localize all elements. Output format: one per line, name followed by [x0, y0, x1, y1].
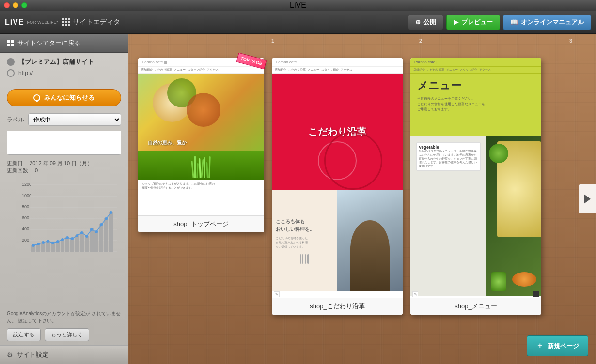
pages-container: 1 2 3 4 TOP PAGE Parano cafe ||| 店舗紹介	[128, 34, 596, 364]
site-editor-label: サイトエディタ	[73, 18, 120, 27]
update-count-row: 更新回数 0	[7, 167, 121, 174]
page1-content: Parano cafe ||| 店舗紹介 こだわり沿革 メニュー スタッフ紹介 …	[138, 58, 264, 215]
update-date-label: 更新日	[7, 160, 23, 166]
svg-rect-21	[70, 238, 74, 252]
publish-button[interactable]: ⊕ 公開	[408, 15, 443, 30]
analytics-note-text: GoogleAnalyticsのアカウントが設定が されていません。 設定して下…	[7, 311, 121, 323]
page2-label-text: shop_こだわり沿革	[310, 303, 364, 310]
page3-green-section: メニュー 当店自慢のメニューをご覧ください。 こだわりの食材を使用した豊富なメニ…	[410, 74, 541, 136]
page-card-3[interactable]: Parano cafe ||| 店舗紹介 こだわり沿革 メニュー スタッフ紹介 …	[410, 58, 541, 315]
page-number-3: 3	[569, 38, 572, 44]
svg-point-32	[42, 241, 45, 244]
page1-nav: 店舗紹介 こだわり沿革 メニュー スタッフ紹介 アクセス	[138, 67, 264, 74]
page2-label: shop_こだわり沿革	[272, 298, 403, 315]
svg-text:400: 400	[22, 227, 29, 231]
window-title: LiVE	[290, 1, 306, 10]
svg-rect-28	[104, 218, 108, 252]
new-page-button[interactable]: ＋ 新規ページ	[527, 335, 588, 356]
site-settings-footer[interactable]: ⚙ サイト設定	[0, 345, 128, 364]
publish-label: 公開	[423, 18, 436, 27]
premium-row: 【プレミアム】店舗サイト	[7, 58, 121, 66]
chart-svg: 1200 1000 800 600 400 200	[7, 180, 121, 258]
preview-button[interactable]: ▶ プレビュー	[446, 15, 500, 30]
maximize-button[interactable]	[21, 2, 27, 8]
page3-label: shop_メニュー	[410, 298, 541, 315]
page-card-2[interactable]: Parano cafe ||| 店舗紹介 こだわり沿革 メニュー スタッフ紹介 …	[272, 58, 403, 315]
manual-button[interactable]: 📖 オンラインマニュアル	[503, 15, 591, 30]
page2-content: Parano cafe ||| 店舗紹介 こだわり沿革 メニュー スタッフ紹介 …	[272, 58, 403, 298]
memo-textarea[interactable]	[7, 131, 121, 155]
page1-grass-area	[138, 151, 264, 180]
page3-cafe-header: Parano cafe |||	[410, 58, 541, 67]
gear-icon: ⚙	[7, 351, 13, 359]
page2-nav: 店舗紹介 こだわり沿革 メニュー スタッフ紹介 アクセス	[272, 67, 403, 74]
page2-bottom-left: こころも体もおいしい料理を。 こだわりの食材を使った自然の恵みあふれる料理をご提…	[272, 190, 337, 291]
arrow-right-icon	[584, 194, 591, 204]
label-text: ラベル	[7, 116, 24, 124]
svg-point-39	[76, 234, 78, 237]
titlebar: LiVE	[0, 0, 596, 11]
svg-rect-26	[94, 231, 98, 252]
svg-text:1200: 1200	[22, 182, 31, 187]
svg-point-45	[105, 217, 108, 220]
back-to-theater-button[interactable]: サイトシアターに戻る	[0, 34, 128, 53]
update-date-row: 更新日 2012 年 09 月 10 日（月）	[7, 160, 121, 167]
site-title: 【プレミアム】店舗サイト	[18, 58, 94, 66]
svg-point-30	[32, 244, 35, 247]
close-button[interactable]	[4, 2, 10, 8]
notify-label: みんなに知らせる	[44, 93, 94, 102]
update-date-value: 2012 年 09 月 10 日（月）	[30, 160, 93, 166]
update-info: 更新日 2012 年 09 月 10 日（月） 更新回数 0	[0, 157, 128, 177]
page2-cafe-header: Parano cafe |||	[272, 58, 403, 67]
svg-text:200: 200	[22, 238, 29, 243]
label-select[interactable]: 作成中 公開中 停止中	[28, 113, 121, 126]
page3-food-photo	[486, 136, 541, 296]
page3-bottom-left: Vegetable 当店のベジタブルメニューは、新鮮な野菜をふんだんに使用してい…	[410, 136, 486, 296]
page-number-1: 1	[271, 38, 274, 44]
notify-button[interactable]: みんなに知らせる	[7, 89, 121, 106]
svg-rect-20	[65, 237, 69, 252]
svg-rect-24	[85, 236, 89, 252]
svg-point-37	[66, 236, 69, 239]
svg-point-40	[80, 231, 83, 234]
page3-label-text: shop_メニュー	[455, 303, 497, 310]
page-number-2: 2	[419, 38, 422, 44]
page-card-1[interactable]: TOP PAGE Parano cafe ||| 店舗紹介 こだわり沿革 メニュ…	[138, 58, 264, 232]
svg-point-31	[37, 243, 40, 245]
page3-cafe-name: Parano cafe |||	[414, 60, 439, 64]
next-page-arrow[interactable]	[579, 184, 596, 213]
svg-point-33	[47, 240, 49, 243]
page3-nav: 店舗紹介 こだわり沿革 メニュー スタッフ紹介 アクセス	[410, 67, 541, 74]
page3-content: Parano cafe ||| 店舗紹介 こだわり沿革 メニュー スタッフ紹介 …	[410, 58, 541, 298]
svg-point-41	[85, 235, 88, 238]
details-button[interactable]: もっと詳しく	[45, 328, 89, 341]
app-logo: LiVE	[5, 18, 24, 27]
analytics-chart: 1200 1000 800 600 400 200	[7, 180, 121, 307]
sidebar: サイトシアターに戻る 【プレミアム】店舗サイト http:// みんなに知らせる…	[0, 34, 128, 364]
update-count-label: 更新回数	[7, 167, 28, 173]
page2-cafe-name: Parano cafe |||	[276, 60, 301, 64]
app-logo-sub: FOR WEBLIFE*	[27, 20, 59, 25]
vegetable-title: Vegetable	[419, 145, 478, 150]
svg-point-35	[56, 240, 59, 243]
traffic-lights	[4, 2, 27, 8]
analytics-note: GoogleAnalyticsのアカウントが設定が されていません。 設定して下…	[0, 310, 128, 324]
analytics-buttons: 設定する もっと詳しく	[0, 324, 128, 345]
premium-icon	[7, 58, 15, 66]
minimize-button[interactable]	[13, 2, 18, 8]
memo-input[interactable]	[7, 131, 121, 154]
site-settings-label: サイト設定	[17, 350, 48, 359]
svg-rect-27	[99, 224, 103, 252]
settings-button[interactable]: 設定する	[7, 328, 41, 341]
globe-icon	[7, 69, 15, 77]
page3-menu-title: メニュー	[417, 78, 534, 93]
site-editor-section: サイトエディタ	[62, 18, 120, 27]
page1-text-area: ショップ紹介のテキストが入ります。この部分にお店の概要や特徴を記述することができ…	[138, 180, 264, 209]
svg-point-46	[110, 211, 112, 214]
page1-label: shop_トップページ	[138, 215, 264, 232]
plus-icon: ＋	[536, 341, 544, 351]
svg-point-34	[51, 242, 54, 244]
svg-point-44	[100, 223, 103, 226]
page3-corner-square	[533, 291, 539, 297]
svg-rect-22	[75, 235, 79, 252]
